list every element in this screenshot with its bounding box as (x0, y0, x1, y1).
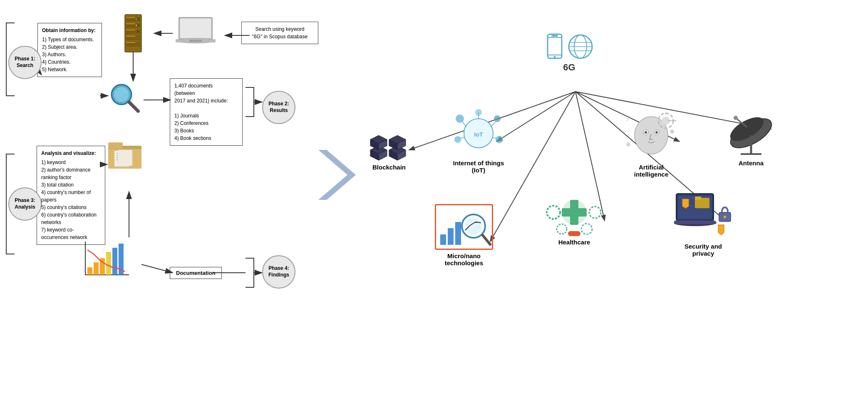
svg-rect-30 (126, 36, 135, 37)
micronano-icon (435, 204, 493, 250)
security-icon (674, 192, 732, 242)
documentation-label: Documentation (176, 270, 216, 276)
svg-point-120 (655, 131, 658, 134)
svg-line-99 (491, 121, 496, 127)
svg-point-133 (734, 116, 738, 120)
phone-icon (544, 33, 565, 60)
healthcare-icon (545, 187, 603, 237)
svg-point-111 (547, 206, 560, 219)
svg-rect-104 (455, 222, 461, 245)
svg-rect-139 (674, 221, 716, 224)
blockchain-label: Blockchain (366, 164, 412, 171)
svg-rect-35 (180, 19, 211, 38)
svg-point-93 (494, 115, 501, 122)
phase2-label: Phase 2: Results (268, 101, 289, 114)
analysis-items: 1) keyword 2) author's dominance ranking… (41, 159, 101, 241)
laptop-icon (175, 17, 216, 48)
svg-point-119 (645, 131, 647, 134)
phase3-label: Phase 3: Analysis (15, 197, 35, 210)
svg-point-24 (137, 18, 139, 20)
svg-point-72 (554, 56, 556, 58)
obtain-info-title: Obtain information by: (42, 27, 97, 34)
documents-box: 1,407 documents(between2017 and 2021) in… (170, 78, 243, 146)
svg-line-41 (129, 102, 138, 111)
svg-rect-29 (126, 30, 135, 30)
svg-rect-38 (189, 40, 202, 42)
svg-marker-59 (318, 150, 356, 200)
svg-rect-115 (568, 231, 580, 236)
main-container: Phase 1: Search Phase 2: Results Phase 3… (0, 0, 868, 396)
6g-label: 6G (544, 62, 594, 73)
svg-point-32 (136, 18, 137, 20)
healthcare-topic: Healthcare (545, 187, 603, 246)
left-side: Phase 1: Search Phase 2: Results Phase 3… (0, 0, 341, 396)
svg-rect-57 (112, 248, 117, 275)
svg-rect-102 (440, 234, 446, 245)
svg-line-107 (483, 235, 490, 244)
svg-rect-50 (118, 150, 132, 166)
antenna-topic: Antenna (724, 100, 778, 167)
svg-line-62 (496, 92, 575, 142)
blockchain-icon (366, 121, 412, 162)
chart-icon (81, 237, 131, 279)
ai-icon: ♪ ⚙ ◎ (624, 112, 678, 162)
micronano-topic: Micro/nanotechnologies (435, 204, 493, 266)
search-keyword-box: Search using keyword"6G" in Scopus datab… (241, 22, 318, 44)
svg-line-98 (462, 121, 466, 127)
iot-topic: IoT Internet of things(IoT) (451, 108, 506, 174)
svg-point-40 (114, 87, 129, 102)
antenna-icon (724, 100, 778, 158)
svg-point-33 (136, 25, 137, 26)
svg-rect-28 (126, 23, 135, 24)
phase3-circle: Phase 3: Analysis (8, 187, 42, 221)
right-side: 6G B (341, 0, 868, 396)
6g-icons (544, 33, 594, 60)
svg-point-141 (724, 216, 726, 218)
svg-line-101 (492, 137, 496, 138)
iot-icon: IoT (451, 108, 506, 158)
svg-text:IoT: IoT (474, 131, 483, 138)
svg-point-106 (465, 218, 482, 234)
documents-text: 1,407 documents(between2017 and 2021) in… (174, 83, 228, 141)
svg-rect-43 (108, 142, 123, 149)
blockchain-topic: Blockchain (366, 121, 412, 171)
svg-point-112 (589, 207, 601, 218)
svg-point-25 (137, 25, 139, 26)
security-label: Security andprivacy (674, 243, 732, 257)
svg-point-113 (557, 224, 567, 234)
security-topic: Security andprivacy (674, 192, 732, 257)
search-keyword-text: Search using keyword"6G" in Scopus datab… (252, 26, 308, 40)
svg-point-26 (137, 31, 139, 32)
6g-center: 6G (544, 33, 594, 73)
svg-text:♪: ♪ (626, 116, 629, 122)
globe-icon (567, 33, 594, 60)
svg-text:⚙: ⚙ (670, 129, 674, 134)
svg-point-114 (581, 224, 592, 234)
svg-line-100 (461, 137, 465, 138)
obtain-info-items: 1) Types of documents. 2) Subject area. … (42, 36, 97, 73)
phase4-circle: Phase 4: Findings (262, 255, 295, 289)
svg-rect-54 (94, 262, 99, 275)
svg-text:◎: ◎ (626, 142, 630, 147)
connections-svg (341, 0, 868, 396)
svg-rect-137 (695, 197, 701, 200)
svg-rect-71 (551, 35, 558, 37)
svg-rect-31 (126, 42, 135, 43)
svg-rect-110 (562, 208, 587, 217)
big-chevron-arrow (314, 150, 356, 200)
svg-point-94 (454, 136, 461, 143)
phase2-circle: Phase 2: Results (262, 91, 295, 124)
micronano-label: Micro/nanotechnologies (435, 252, 493, 266)
svg-point-95 (496, 136, 503, 143)
obtain-info-box: Obtain information by: 1) Types of docum… (37, 23, 102, 77)
ai-label: Artificialintelligence (624, 164, 678, 178)
svg-rect-53 (87, 267, 92, 275)
svg-rect-103 (448, 228, 454, 245)
healthcare-label: Healthcare (545, 239, 603, 246)
ai-topic: ♪ ⚙ ◎ Artificialintelligence (624, 112, 678, 178)
magnify-icon (108, 81, 141, 115)
svg-rect-27 (126, 17, 135, 18)
analysis-box: Analysis and visualize: 1) keyword 2) au… (37, 146, 105, 245)
svg-line-15 (141, 264, 173, 273)
server-icon (117, 12, 150, 50)
